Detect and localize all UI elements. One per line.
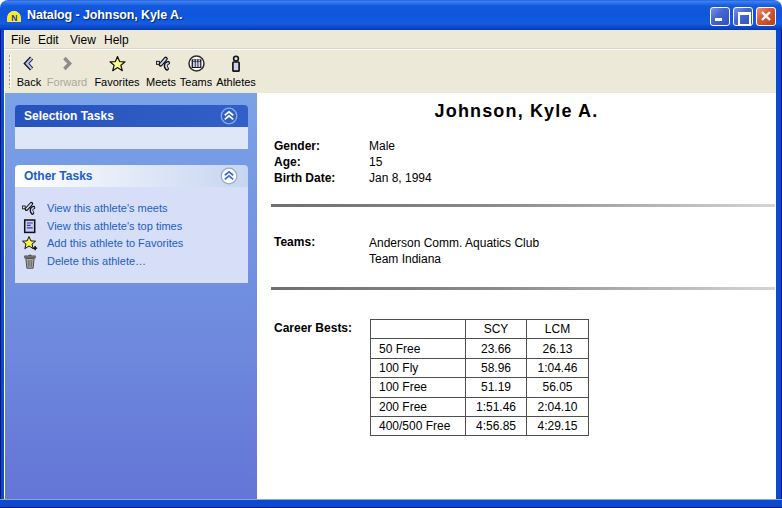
svg-text:N: N xyxy=(11,13,17,22)
